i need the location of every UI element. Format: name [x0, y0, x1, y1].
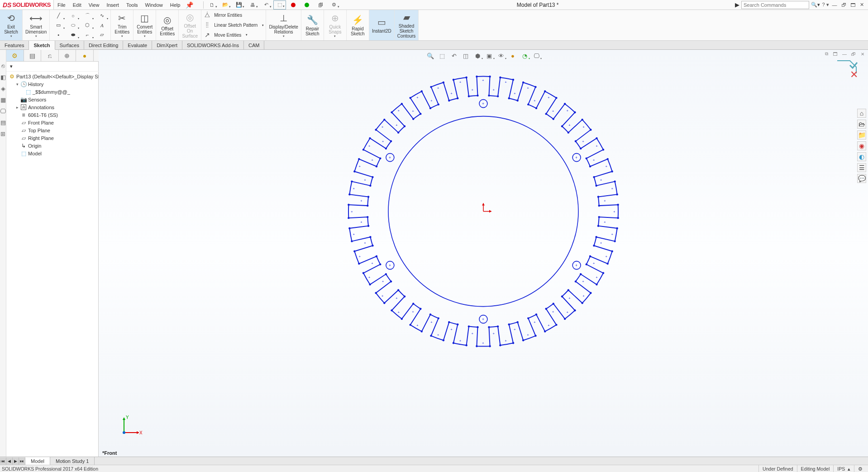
- tab-evaluate[interactable]: Evaluate: [123, 41, 152, 49]
- tab-addins[interactable]: SOLIDWORKS Add-Ins: [182, 41, 244, 49]
- bottom-tab-motion[interactable]: Motion Study 1: [50, 457, 95, 465]
- tree-tab-dimxpert[interactable]: ⊕: [59, 50, 76, 61]
- tab-sketch[interactable]: Sketch: [29, 41, 55, 50]
- convert-entities-button[interactable]: ◫ Convert Entities ▾: [134, 10, 156, 40]
- strip-icon-2[interactable]: ◧: [0, 74, 6, 81]
- menu-edit[interactable]: Edit: [69, 0, 85, 10]
- open-button[interactable]: 📂▾: [219, 0, 232, 10]
- vp-min-icon[interactable]: —: [841, 51, 848, 57]
- shaded-contours-button[interactable]: ▰ Shaded Sketch Contours: [395, 10, 419, 40]
- cancel-icon[interactable]: ✕: [850, 69, 858, 80]
- tree-tab-config[interactable]: ⎌: [41, 50, 59, 61]
- tree-history[interactable]: ▾🕓History: [6, 80, 110, 88]
- search-commands[interactable]: [741, 1, 809, 9]
- strip-icon-6[interactable]: ▤: [0, 119, 6, 126]
- text-tool[interactable]: A: [95, 21, 109, 30]
- search-icon[interactable]: 🔍▾: [811, 2, 820, 8]
- tree-root[interactable]: ⚙Part13 (Default<<Default>_Display State…: [6, 72, 110, 80]
- edit-appearance-icon[interactable]: ●: [508, 52, 518, 60]
- taskpane-library-icon[interactable]: 🗁: [857, 120, 866, 129]
- tree-origin[interactable]: ↳Origin: [6, 142, 110, 149]
- tab-direct-editing[interactable]: Direct Editing: [84, 41, 123, 49]
- tab-surfaces[interactable]: Surfaces: [55, 41, 84, 49]
- mirror-entities-button[interactable]: ⧊Mirror Entities: [203, 11, 264, 20]
- hide-show-icon[interactable]: 👁▾: [496, 52, 506, 60]
- vp-link-icon[interactable]: ⧉: [823, 51, 830, 57]
- tree-right-plane[interactable]: ▱Right Plane: [6, 134, 110, 142]
- previous-view-icon[interactable]: ↶: [449, 52, 459, 60]
- view-settings-icon[interactable]: 🖵▾: [531, 52, 541, 60]
- menu-tools[interactable]: Tools: [123, 0, 142, 10]
- tab-dimxpert[interactable]: DimXpert: [152, 41, 182, 49]
- display-style-icon[interactable]: ▣▾: [484, 52, 494, 60]
- vp-restore-icon[interactable]: 🗗: [850, 51, 857, 57]
- menu-window[interactable]: Window: [142, 0, 167, 10]
- tree-tab-property[interactable]: ▤: [24, 50, 42, 61]
- display-relations-button[interactable]: ⊥ Display/Delete Relations ▾: [266, 10, 301, 40]
- search-run-icon[interactable]: ▶: [735, 1, 739, 8]
- menu-insert[interactable]: Insert: [103, 0, 123, 10]
- smart-dimension-button[interactable]: ⟷ Smart Dimension ▾: [23, 10, 50, 40]
- search-input[interactable]: [744, 2, 807, 8]
- select-button[interactable]: ⬚▾: [273, 0, 286, 10]
- print-button[interactable]: 🖶▾: [246, 0, 259, 10]
- tree-history-item[interactable]: ⬚_$$dummy@@_: [6, 88, 110, 96]
- apply-scene-icon[interactable]: ◔▾: [520, 52, 529, 60]
- menu-view[interactable]: View: [85, 0, 103, 10]
- section-view-icon[interactable]: ◫: [461, 52, 471, 60]
- taskpane-home-icon[interactable]: ⌂: [857, 109, 866, 118]
- rebuild-button[interactable]: [287, 0, 300, 10]
- settings-button[interactable]: ⚙▾: [328, 0, 340, 10]
- status-custom-icon[interactable]: ⚙: [854, 465, 866, 472]
- ellipse-tool[interactable]: ⬬▾: [66, 30, 80, 39]
- maximize-doc-button[interactable]: 🗖: [849, 2, 856, 8]
- strip-icon-7[interactable]: ⊞: [0, 130, 5, 137]
- taskpane-fileexplorer-icon[interactable]: 📁: [857, 130, 866, 140]
- minimize-button[interactable]: —: [831, 2, 838, 8]
- tree-filter-row[interactable]: ▾: [6, 62, 110, 72]
- strip-icon-1[interactable]: ⎋: [1, 63, 5, 69]
- tree-top-plane[interactable]: ▱Top Plane: [6, 126, 110, 134]
- repair-sketch-button[interactable]: 🔧 Repair Sketch: [301, 10, 324, 40]
- move-entities-button[interactable]: ↗Move Entities▾: [203, 30, 264, 39]
- options-button[interactable]: 🗐: [314, 0, 327, 10]
- tab-cam[interactable]: CAM: [244, 41, 264, 49]
- zoom-area-icon[interactable]: ⬚: [437, 52, 447, 60]
- tree-annotations[interactable]: ▸🄰Annotations: [6, 103, 110, 111]
- strip-icon-3[interactable]: ◈: [1, 85, 5, 92]
- vp-close-icon[interactable]: ✕: [859, 51, 866, 57]
- plane-tool[interactable]: ▱: [95, 30, 109, 39]
- offset-entities-button[interactable]: ◎ Offset Entities: [156, 10, 179, 40]
- pin-icon[interactable]: 📌: [186, 1, 193, 9]
- bottom-tab-model[interactable]: Model: [25, 457, 50, 465]
- taskpane-appearance-icon[interactable]: ◐: [857, 152, 866, 161]
- polygon-tool[interactable]: ⬡▾: [81, 21, 94, 30]
- menu-file[interactable]: File: [54, 0, 69, 10]
- instant2d-button[interactable]: ▭ Instant2D: [369, 10, 395, 40]
- tab-nav-prev[interactable]: ◀: [6, 458, 13, 465]
- rebuild-all-button[interactable]: [300, 0, 313, 10]
- tab-nav-first[interactable]: ⏮: [0, 458, 6, 465]
- circle-tool[interactable]: ○▾: [66, 11, 80, 20]
- tab-nav-last[interactable]: ⏭: [19, 458, 25, 465]
- tree-material[interactable]: ≡6061-T6 (SS): [6, 111, 110, 119]
- line-tool[interactable]: ╱▾: [52, 11, 65, 20]
- menu-help[interactable]: Help: [167, 0, 184, 10]
- view-orientation-icon[interactable]: ⬢▾: [472, 52, 482, 60]
- help-button[interactable]: ? ▾: [822, 2, 829, 8]
- arc-tool[interactable]: ⌒▾: [81, 11, 94, 20]
- tree-front-plane[interactable]: ▱Front Plane: [6, 119, 110, 126]
- vp-max-icon[interactable]: 🗖: [832, 51, 839, 57]
- taskpane-forum-icon[interactable]: 💬: [857, 174, 866, 183]
- linear-pattern-button[interactable]: ⦙⦙Linear Sketch Pattern▾: [203, 21, 264, 30]
- new-button[interactable]: 🗋▾: [205, 0, 218, 10]
- slot-tool[interactable]: ⬭▾: [66, 21, 80, 30]
- tree-model[interactable]: ⬚Model: [6, 149, 110, 157]
- rectangle-tool[interactable]: ▭▾: [52, 21, 65, 30]
- tree-sensors[interactable]: 📷Sensors: [6, 96, 110, 103]
- taskpane-viewpalette-icon[interactable]: ◉: [857, 141, 866, 150]
- strip-icon-5[interactable]: 🖵: [0, 108, 6, 115]
- tab-nav-next[interactable]: ▶: [13, 458, 19, 465]
- graphics-viewport[interactable]: 🔍 ⬚ ↶ ◫ ⬢▾ ▣▾ 👁▾ ● ◔▾ 🖵▾ ⧉ 🗖 — 🗗 ✕ ✕: [99, 50, 868, 457]
- close-button[interactable]: ✕: [858, 2, 865, 8]
